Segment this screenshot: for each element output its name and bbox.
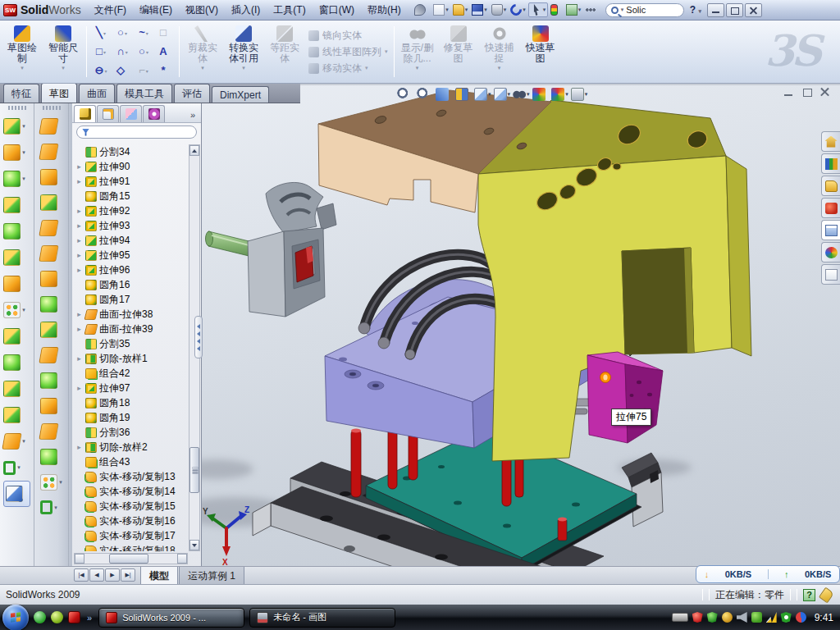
dropdown-arrow-icon[interactable]: ▾ [504, 7, 507, 13]
part-insert-block[interactable] [587, 352, 663, 443]
feature-tool-button[interactable]: ▾ [3, 271, 30, 297]
scroll-up-button[interactable] [189, 145, 199, 156]
dropdown-arrow-icon[interactable]: ▾ [578, 7, 582, 13]
feature-tool-button[interactable]: ▾ [40, 266, 62, 291]
graphics-viewport[interactable]: Y Z X ▾▾▾▾▾▾▾▾▾▾ 拉伸75 [202, 85, 840, 566]
sketch-entity-button[interactable]: A▾ [155, 43, 175, 62]
search-input[interactable]: ▾ Solic [605, 3, 684, 17]
expand-arrow-icon[interactable]: ▸ [75, 207, 83, 215]
ribbon-button[interactable]: 快速草图▾ [520, 23, 561, 80]
task-pane-tab[interactable] [821, 242, 840, 262]
tree-item[interactable]: ▸ 实体-移动/复制16 [75, 514, 188, 528]
feature-tool-button[interactable]: ▾ [3, 349, 30, 376]
tree-item[interactable]: ▸ 拉伸97 [75, 381, 188, 395]
part-latch-red[interactable] [295, 246, 313, 282]
dropdown-arrow-icon[interactable]: ▾ [22, 176, 25, 182]
scroll-right-button[interactable] [177, 554, 187, 564]
menu-item[interactable]: 插入(I) [225, 1, 267, 20]
dropdown-arrow-icon[interactable]: ▾ [17, 464, 21, 471]
feature-tool-button[interactable]: ▾ [3, 218, 30, 244]
tree-item[interactable]: ▸ 圆角16 [75, 277, 188, 292]
quick-tool-button[interactable]: ▾ [490, 3, 509, 16]
feature-tool-button[interactable]: ▾ [3, 323, 30, 349]
expand-arrow-icon[interactable]: ▸ [75, 443, 83, 451]
dropdown-arrow-icon[interactable]: ▾ [201, 65, 204, 71]
panel-tab[interactable] [143, 105, 165, 122]
dropdown-arrow-icon[interactable]: ▾ [365, 65, 368, 71]
menu-item[interactable]: 工具(T) [267, 1, 312, 20]
doc-restore-button[interactable] [801, 87, 814, 98]
feature-tool-button[interactable]: ▾ [40, 418, 62, 444]
panel-tab[interactable] [97, 105, 119, 122]
ribbon-button[interactable]: 转换实体引用▾ [223, 23, 264, 80]
command-tab[interactable]: 曲面 [79, 84, 115, 103]
view-tool-button[interactable]: ▾ [571, 88, 588, 101]
part-clamp-unit[interactable] [206, 182, 337, 317]
task-pane-tab[interactable] [821, 176, 840, 196]
taskbar-button[interactable]: 未命名 - 画图 [249, 608, 395, 628]
feature-tool-button[interactable]: ▾ [40, 393, 62, 418]
dropdown-arrow-icon[interactable]: ▾ [59, 479, 62, 486]
feature-tool-button[interactable]: ▾ [40, 291, 62, 317]
sketch-entity-button[interactable]: ○▾ [134, 43, 153, 62]
quick-tool-button[interactable]: ▾ [528, 2, 549, 17]
tray-icon[interactable] [751, 612, 762, 623]
quick-tip-icon[interactable]: ? [803, 589, 815, 601]
dropdown-arrow-icon[interactable]: ▾ [385, 48, 388, 55]
tag-icon[interactable] [819, 587, 834, 603]
dropdown-arrow-icon[interactable]: ▾ [527, 91, 530, 98]
dropdown-arrow-icon[interactable]: ▾ [103, 49, 106, 55]
sketch-entity-button[interactable]: □▾ [91, 43, 111, 62]
expand-arrow-icon[interactable]: ▸ [75, 266, 83, 274]
dropdown-arrow-icon[interactable]: ▾ [146, 30, 148, 36]
part-base-assembly[interactable] [253, 428, 663, 566]
command-tab[interactable]: DimXpert [212, 86, 269, 103]
expand-arrow-icon[interactable]: ▸ [75, 251, 83, 259]
dropdown-arrow-icon[interactable]: ▾ [104, 68, 107, 74]
ribbon-button[interactable]: 等距实体▾ [264, 23, 305, 80]
ribbon-button[interactable]: 草图绘制▾ [2, 23, 43, 80]
sketch-entity-button[interactable]: *▾ [155, 62, 175, 80]
feature-tool-button[interactable]: ▾ [3, 428, 30, 454]
ribbon-button[interactable]: 智能尺寸▾ [43, 23, 84, 80]
feature-tool-button[interactable]: ▾ [40, 164, 62, 189]
start-button[interactable] [2, 605, 29, 630]
view-tool-button[interactable]: ▾ [397, 88, 414, 101]
sketch-entity-button[interactable]: □▾ [155, 24, 175, 43]
menu-item[interactable]: 帮助(H) [361, 1, 408, 20]
taskbar-button[interactable]: SolidWorks 2009 - ... [98, 608, 244, 628]
tree-item[interactable]: ▸ 实体-移动/复制13 [75, 469, 188, 484]
ribbon-row-button[interactable]: 镜向实体▾ [308, 29, 388, 43]
tab-nav-button[interactable]: ▶| [121, 568, 135, 582]
command-tab[interactable]: 评估 [174, 84, 210, 103]
tree-horizontal-scrollbar[interactable] [74, 553, 188, 564]
dropdown-arrow-icon[interactable]: ▾ [103, 30, 106, 36]
dropdown-arrow-icon[interactable]: ▾ [21, 65, 24, 71]
dropdown-arrow-icon[interactable]: ▾ [565, 91, 568, 98]
dropdown-arrow-icon[interactable]: ▾ [465, 7, 468, 13]
ribbon-button[interactable]: 剪裁实体▾ [182, 23, 223, 80]
tray-icon[interactable] [737, 612, 747, 623]
quick-launch-chevron[interactable]: » [87, 613, 92, 623]
feature-tool-button[interactable]: ▾ [40, 368, 62, 393]
task-pane-tab[interactable] [821, 153, 840, 174]
tab-nav-button[interactable]: ◀ [89, 568, 104, 582]
dropdown-arrow-icon[interactable]: ▾ [22, 123, 25, 130]
dropdown-arrow-icon[interactable]: ▾ [488, 91, 491, 98]
dropdown-arrow-icon[interactable]: ▾ [125, 30, 127, 36]
ribbon-button[interactable]: 快速捕捉▾ [479, 23, 520, 80]
quick-tool-button[interactable]: ▾ [451, 3, 470, 16]
feature-tool-button[interactable]: ▾ [3, 139, 30, 166]
tree-item[interactable]: ▸ 曲面-拉伸38 [75, 307, 188, 322]
expand-arrow-icon[interactable]: ▸ [75, 354, 83, 363]
feature-tool-button[interactable]: ▾ [3, 166, 30, 192]
menu-item[interactable]: 窗口(W) [313, 1, 361, 20]
tree-item[interactable]: ▸ 拉伸92 [75, 203, 188, 218]
dropdown-arrow-icon[interactable]: ▾ [484, 7, 487, 13]
dropdown-arrow-icon[interactable]: ▾ [585, 91, 588, 98]
tree-item[interactable]: ▸ 切除-放样2 [75, 440, 188, 454]
tree-item[interactable]: ▸ 实体-移动/复制17 [75, 528, 188, 543]
tab-nav-button[interactable]: ▶ [105, 568, 120, 582]
feature-tool-button[interactable]: ▾ [40, 240, 62, 266]
menu-item[interactable]: 编辑(E) [133, 1, 179, 20]
